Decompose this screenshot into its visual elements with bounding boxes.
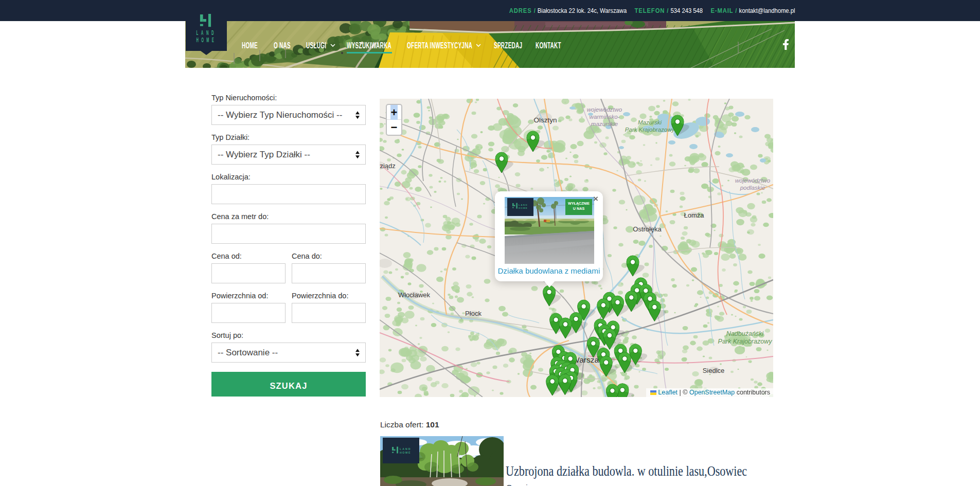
svg-text:warmińsko-: warmińsko- [590, 114, 620, 120]
svg-text:Łomża: Łomża [684, 211, 704, 219]
svg-text:Płock: Płock [465, 310, 482, 317]
svg-text:HOME: HOME [400, 451, 411, 454]
svg-text:Ostrołęka: Ostrołęka [633, 225, 662, 233]
svg-text:Nadbużański: Nadbużański [726, 330, 764, 337]
svg-text:dziądz: dziądz [380, 162, 396, 170]
svg-text:województwo: województwo [587, 106, 622, 113]
svg-text:województwo: województwo [735, 177, 771, 184]
svg-text:Mazurski: Mazurski [638, 119, 662, 125]
svg-text:Park Krajobrazowy: Park Krajobrazowy [625, 127, 675, 133]
svg-text:Park Krajobrazowy: Park Krajobrazowy [718, 338, 773, 345]
svg-text:Olsztyn: Olsztyn [533, 116, 557, 124]
svg-text:WYŁĄCZNIE: WYŁĄCZNIE [568, 201, 590, 206]
svg-text:HOME: HOME [519, 207, 528, 209]
svg-text:podlaskie: podlaskie [740, 185, 765, 191]
svg-text:Siedlce: Siedlce [703, 367, 725, 374]
svg-text:U NAS: U NAS [573, 206, 585, 211]
svg-text:mazurskie: mazurskie [591, 121, 618, 127]
svg-text:HOME: HOME [197, 36, 217, 44]
svg-text:LAND: LAND [197, 29, 217, 37]
svg-text:Włocławek: Włocławek [398, 291, 431, 299]
svg-text:LAND: LAND [400, 447, 411, 451]
svg-text:LAND: LAND [519, 204, 528, 206]
